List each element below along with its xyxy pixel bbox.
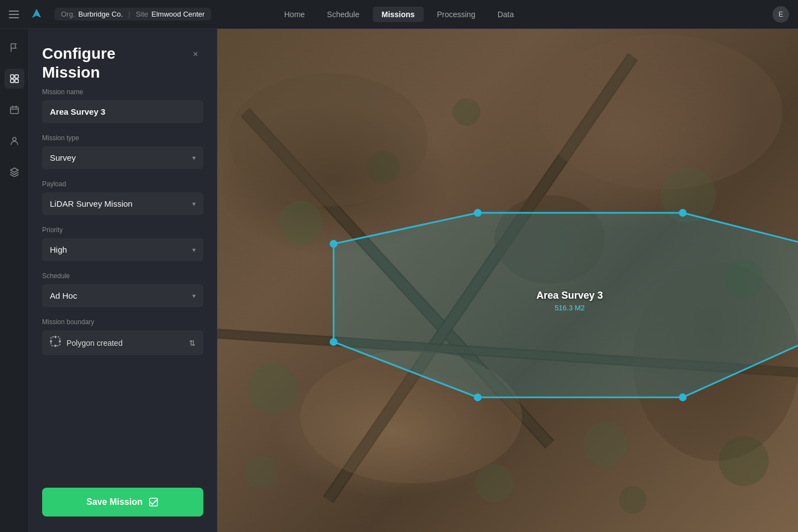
sidebar-layers-icon[interactable] <box>4 162 24 182</box>
boundary-field: Mission boundary Polygon cr <box>42 318 203 355</box>
svg-point-12 <box>228 73 428 206</box>
boundary-value: Polygon created <box>66 339 122 347</box>
map-area[interactable]: Area Survey 3 516.3 M2 <box>217 29 798 532</box>
priority-field: Priority High ▾ <box>42 226 203 261</box>
site-name: Elmwood Center <box>151 10 204 18</box>
satellite-map: Area Survey 3 516.3 M2 <box>217 29 798 532</box>
svg-point-27 <box>619 486 647 514</box>
schedule-chevron-icon: ▾ <box>192 292 196 300</box>
svg-point-21 <box>248 364 298 414</box>
site-label: Site <box>136 10 148 18</box>
org-name: Burbridge Co. <box>78 10 122 18</box>
svg-point-16 <box>494 195 605 284</box>
svg-point-18 <box>367 151 400 184</box>
main-nav: Home Schedule Missions Processing Data <box>275 7 523 22</box>
svg-point-22 <box>453 98 480 126</box>
priority-label: Priority <box>42 226 203 234</box>
schedule-field: Schedule Ad Hoc ▾ <box>42 272 203 307</box>
configure-mission-panel: ConfigureMission × Mission name Mission … <box>29 29 217 532</box>
priority-value: High <box>50 245 67 254</box>
mission-type-value: Survey <box>50 153 76 162</box>
panel-body: Mission name Mission type Survey ▾ Paylo… <box>29 88 217 477</box>
nav-processing[interactable]: Processing <box>428 7 484 22</box>
svg-point-25 <box>719 436 769 486</box>
user-avatar[interactable]: E <box>773 6 789 23</box>
panel-title: ConfigureMission <box>42 44 115 81</box>
svg-point-20 <box>724 259 763 298</box>
svg-rect-0 <box>11 75 14 78</box>
mission-name-input[interactable] <box>42 100 203 123</box>
mission-name-label: Mission name <box>42 88 203 96</box>
save-icon <box>148 497 159 508</box>
org-site-selector[interactable]: Org. Burbridge Co. | Site Elmwood Center <box>54 8 211 21</box>
polygon-icon <box>50 336 61 350</box>
svg-point-8 <box>59 340 61 342</box>
svg-rect-1 <box>15 75 18 78</box>
mission-type-label: Mission type <box>42 134 203 142</box>
sidebar-calendar-icon[interactable] <box>4 100 24 120</box>
sidebar-person-icon[interactable] <box>4 131 24 151</box>
sidebar-grid-icon[interactable] <box>4 69 24 89</box>
svg-point-13 <box>539 34 782 190</box>
svg-point-24 <box>245 456 278 489</box>
main-content: ConfigureMission × Mission name Mission … <box>0 29 798 532</box>
save-mission-button[interactable]: Save Mission <box>42 488 203 516</box>
nav-missions[interactable]: Missions <box>373 7 424 22</box>
mission-type-chevron-icon: ▾ <box>192 154 196 162</box>
payload-value: LiDAR Survey Mission <box>50 199 132 208</box>
priority-select[interactable]: High ▾ <box>42 238 203 261</box>
svg-point-10 <box>54 345 57 347</box>
panel-header: ConfigureMission × <box>29 29 217 88</box>
svg-rect-2 <box>11 79 14 83</box>
svg-point-9 <box>54 336 57 338</box>
svg-rect-4 <box>11 107 18 114</box>
svg-point-15 <box>300 350 522 483</box>
svg-rect-6 <box>51 337 60 346</box>
svg-point-19 <box>661 167 716 223</box>
schedule-label: Schedule <box>42 272 203 280</box>
svg-point-23 <box>583 422 627 467</box>
payload-label: Payload <box>42 180 203 188</box>
save-btn-label: Save Mission <box>86 497 142 507</box>
payload-field: Payload LiDAR Survey Mission ▾ <box>42 180 203 215</box>
svg-point-5 <box>13 137 16 141</box>
logo <box>28 6 45 23</box>
mission-type-field: Mission type Survey ▾ <box>42 134 203 169</box>
svg-point-17 <box>278 201 323 245</box>
priority-chevron-icon: ▾ <box>192 246 196 254</box>
mission-type-select[interactable]: Survey ▾ <box>42 146 203 169</box>
top-navbar: Org. Burbridge Co. | Site Elmwood Center… <box>0 0 798 29</box>
roads-layer <box>217 29 798 532</box>
org-label: Org. <box>61 10 75 18</box>
nav-data[interactable]: Data <box>489 7 523 22</box>
schedule-value: Ad Hoc <box>50 291 77 300</box>
icon-sidebar <box>0 29 29 532</box>
sidebar-flag-icon[interactable] <box>4 38 24 58</box>
mission-name-field: Mission name <box>42 88 203 123</box>
boundary-row: Polygon created ⇅ <box>42 330 203 355</box>
svg-rect-3 <box>15 79 18 83</box>
svg-point-7 <box>50 340 52 342</box>
schedule-select[interactable]: Ad Hoc ▾ <box>42 284 203 307</box>
svg-point-26 <box>475 464 514 503</box>
boundary-label: Mission boundary <box>42 318 203 326</box>
close-button[interactable]: × <box>188 47 203 62</box>
payload-chevron-icon: ▾ <box>192 200 196 208</box>
nav-home[interactable]: Home <box>275 7 314 22</box>
payload-select[interactable]: LiDAR Survey Mission ▾ <box>42 192 203 215</box>
menu-button[interactable] <box>9 11 19 18</box>
nav-schedule[interactable]: Schedule <box>318 7 368 22</box>
boundary-sort-icon[interactable]: ⇅ <box>189 339 196 347</box>
svg-point-14 <box>633 262 798 461</box>
